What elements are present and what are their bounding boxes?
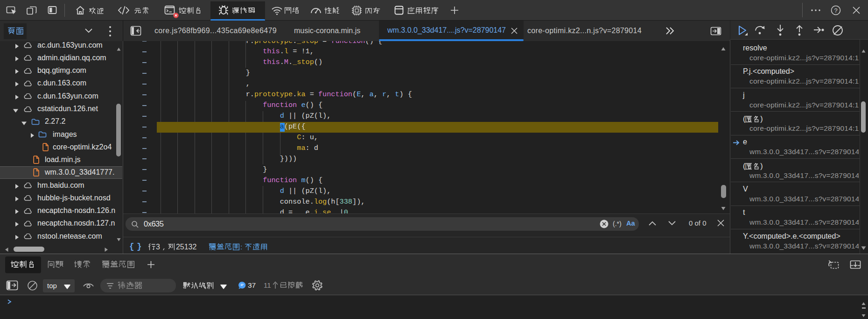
svg-text:?: ? [834, 7, 837, 14]
